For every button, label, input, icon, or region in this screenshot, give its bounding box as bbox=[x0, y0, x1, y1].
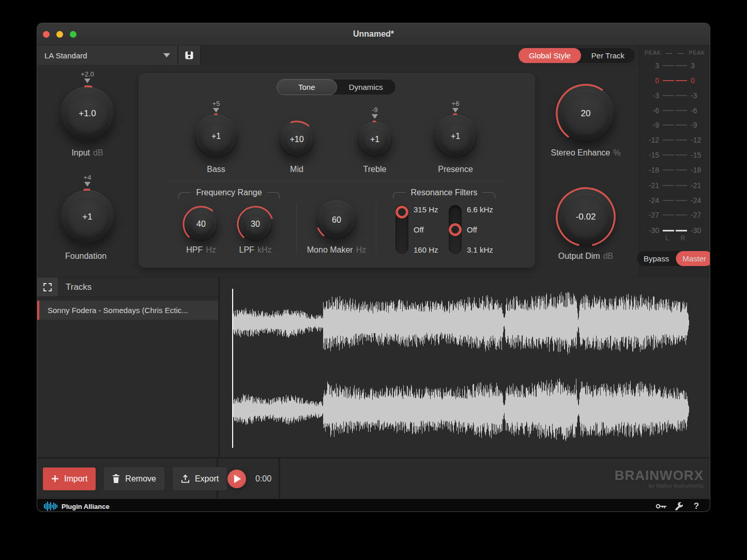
input-knob-label: InputdB bbox=[46, 148, 129, 158]
meter-scale-row: -6-6 bbox=[640, 105, 710, 116]
play-button[interactable] bbox=[227, 470, 246, 488]
treble-knob-marker: -9 bbox=[354, 106, 395, 122]
treble-knob[interactable]: +1 bbox=[357, 122, 392, 157]
help-button[interactable]: ? bbox=[690, 501, 703, 511]
meter-scale-row-zero: 00 bbox=[640, 75, 710, 86]
preset-label: LA Standard bbox=[44, 51, 87, 60]
treble-knob-label: Treble bbox=[344, 165, 406, 174]
footer-company-name: Plugin Alliance bbox=[62, 503, 110, 510]
lpf-knob-label: LPFkHz bbox=[224, 245, 286, 255]
resonance-high-option[interactable]: 6.6 kHz bbox=[467, 205, 493, 214]
bottom-bar: Import Remove Export 0:00 BRAINWORX bbox=[37, 457, 710, 499]
preset-dropdown[interactable]: LA Standard bbox=[37, 45, 178, 65]
brand-block: BRAINWORX by Native Instruments bbox=[280, 458, 710, 499]
bass-knob-label: Bass bbox=[185, 165, 247, 174]
track-list-item[interactable]: Sonny Fodera - Somedays (Chris Ectic... bbox=[37, 301, 218, 320]
tab-dynamics[interactable]: Dynamics bbox=[337, 80, 396, 95]
panel-divider bbox=[165, 181, 507, 181]
remove-button[interactable]: Remove bbox=[104, 468, 164, 490]
peak-readout: PEAK------PEAK bbox=[640, 50, 710, 56]
window-title: Unnamed* bbox=[37, 29, 710, 39]
footer-bar: Plugin Alliance ? bbox=[37, 499, 710, 511]
meter-scale-row: -18-18 bbox=[640, 165, 710, 175]
output-dim-knob-label: Output DimdB bbox=[534, 252, 637, 261]
resonance-low-slider-handle[interactable] bbox=[395, 206, 408, 219]
global-style-button[interactable]: Global Style bbox=[519, 48, 581, 63]
marker-triangle-icon bbox=[372, 114, 378, 122]
tracks-panel: Tracks Sonny Fodera - Somedays (Chris Ec… bbox=[37, 277, 220, 457]
toolbar: LA Standard Global Style Per Track bbox=[37, 45, 639, 66]
resonance-high-option[interactable]: Off bbox=[467, 225, 493, 234]
resonance-low-slider[interactable] bbox=[395, 205, 408, 254]
license-key-button[interactable] bbox=[654, 503, 668, 509]
brand-name: BRAINWORX bbox=[615, 469, 704, 482]
tone-panel: Tone Dynamics +5 +1 bbox=[139, 73, 535, 268]
presence-knob-marker: +6 bbox=[435, 100, 476, 116]
resonance-low-option[interactable]: 315 Hz bbox=[414, 205, 438, 214]
trash-icon bbox=[112, 474, 120, 483]
title-bar: Unnamed* bbox=[37, 23, 710, 45]
marker-triangle-icon bbox=[84, 182, 90, 190]
plus-icon bbox=[51, 475, 59, 483]
mid-knob-label: Mid bbox=[266, 165, 328, 174]
brand-byline: by Native Instruments bbox=[649, 483, 704, 489]
resonance-high-slider[interactable] bbox=[449, 205, 462, 254]
meter-channel-left: L bbox=[659, 235, 675, 242]
lpf-knob[interactable]: 30 bbox=[238, 207, 272, 241]
bypass-button[interactable]: Bypass bbox=[637, 251, 676, 266]
stereo-enhance-knob[interactable]: 20 bbox=[557, 85, 614, 142]
presence-knob-value: +1 bbox=[434, 115, 477, 158]
foundation-knob-value: +1 bbox=[60, 190, 114, 244]
hpf-knob-value: 40 bbox=[184, 207, 218, 241]
input-knob[interactable]: +1.0 bbox=[60, 87, 114, 141]
tone-dynamics-tabs: Tone Dynamics bbox=[277, 80, 395, 95]
resonance-filters-section-title: Resonance Filters bbox=[393, 188, 495, 197]
resonance-low-option[interactable]: Off bbox=[414, 225, 438, 234]
resonance-low-options: 315 Hz Off 160 Hz bbox=[414, 205, 438, 254]
import-button[interactable]: Import bbox=[43, 468, 96, 490]
tracks-header: Tracks bbox=[37, 277, 218, 297]
tracks-title: Tracks bbox=[66, 282, 92, 292]
resonance-high-slider-handle[interactable] bbox=[449, 223, 462, 236]
meter-scale-row: -12-12 bbox=[640, 135, 710, 145]
hpf-knob[interactable]: 40 bbox=[184, 207, 218, 241]
resonance-low-option[interactable]: 160 Hz bbox=[414, 245, 438, 254]
treble-knob-value: +1 bbox=[357, 122, 392, 157]
save-preset-button[interactable] bbox=[178, 45, 201, 65]
hpf-knob-label: HPFHz bbox=[170, 245, 232, 255]
mono-maker-knob-value: 60 bbox=[317, 200, 356, 240]
meter-level-bars: -30-30 bbox=[640, 225, 710, 236]
expand-tracks-button[interactable] bbox=[37, 277, 58, 297]
meter-channel-right: R bbox=[675, 235, 691, 242]
stereo-enhance-knob-label: Stereo Enhance% bbox=[534, 148, 637, 158]
master-button[interactable]: Master bbox=[676, 251, 710, 266]
input-knob-value: +1.0 bbox=[60, 87, 114, 141]
playback-time: 0:00 bbox=[255, 474, 271, 484]
bass-knob[interactable]: +1 bbox=[194, 115, 238, 158]
frequency-range-section-title: Frequency Range bbox=[178, 188, 280, 197]
waveform-display[interactable] bbox=[220, 277, 710, 457]
settings-button[interactable] bbox=[672, 502, 685, 511]
save-icon bbox=[184, 50, 194, 60]
resonance-high-option[interactable]: 3.1 kHz bbox=[467, 245, 493, 254]
presence-knob-label: Presence bbox=[424, 165, 486, 174]
meter-channel-labels: L R bbox=[659, 235, 691, 242]
plugin-alliance-logo bbox=[44, 502, 57, 511]
plugin-window: Unnamed* LA Standard Global Style bbox=[37, 23, 710, 511]
input-knob-marker: +2.0 bbox=[62, 71, 113, 86]
presence-knob[interactable]: +1 bbox=[434, 115, 477, 158]
meter-scale-row: -21-21 bbox=[640, 180, 710, 191]
foundation-knob-label: Foundation bbox=[46, 252, 129, 261]
per-track-button[interactable]: Per Track bbox=[581, 48, 635, 63]
style-toggle: Global Style Per Track bbox=[519, 48, 635, 63]
mono-maker-knob[interactable]: 60 bbox=[317, 200, 356, 240]
meter-scale-row: -15-15 bbox=[640, 150, 710, 160]
output-dim-knob[interactable]: -0.02 bbox=[557, 189, 614, 245]
tab-tone[interactable]: Tone bbox=[277, 79, 337, 95]
resonance-high-options: 6.6 kHz Off 3.1 kHz bbox=[467, 205, 493, 254]
foundation-knob[interactable]: +1 bbox=[60, 190, 114, 244]
bypass-master-toggle: Bypass Master bbox=[637, 251, 710, 266]
mono-maker-knob-label: Mono MakerHz bbox=[290, 245, 383, 255]
controls-area: +2.0 +1.0 InputdB +4 bbox=[37, 66, 639, 277]
mid-knob[interactable]: +10 bbox=[279, 122, 314, 157]
